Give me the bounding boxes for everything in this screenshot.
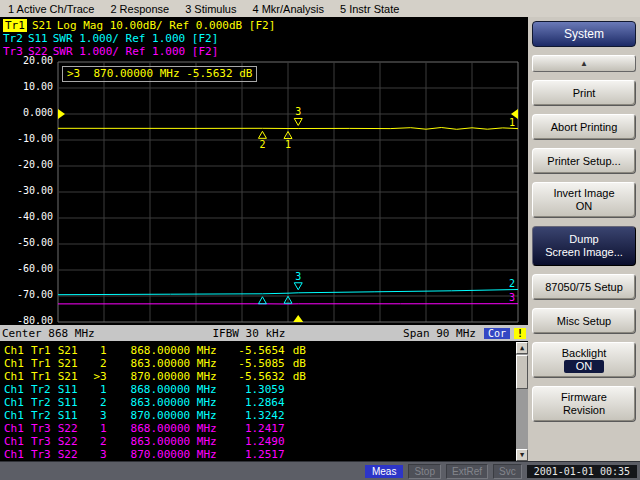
- scrollbar-thumb[interactable]: [516, 355, 528, 389]
- correction-badge: Cor: [484, 328, 510, 339]
- svc-indicator: Svc: [493, 464, 522, 479]
- trace1-format: Log Mag 10.00dB/ Ref 0.000dB [F2]: [57, 19, 276, 32]
- clock: 2001-01-01 00:35: [527, 465, 637, 478]
- menu-response[interactable]: 2 Response: [110, 3, 169, 15]
- marker-table: Ch1Tr1S211868.00000 MHz-5.5654dB Ch1Tr1S…: [0, 342, 516, 461]
- meas-status-badge: Meas: [365, 465, 403, 478]
- svg-text:3: 3: [509, 292, 515, 303]
- center-frequency: Center 868 MHz: [2, 327, 95, 340]
- svg-text:1: 1: [285, 139, 291, 150]
- active-trace-badge: Tr1: [3, 19, 27, 32]
- marker-table-scrollbar[interactable]: ▲ ▼: [516, 342, 528, 461]
- menu-active-ch-trace[interactable]: 1 Active Ch/Trace: [8, 3, 94, 15]
- trace1-status-line: Tr1S21Log Mag 10.00dB/ Ref 0.000dB [F2]: [3, 19, 280, 32]
- channel-status-bar: Center 868 MHz IFBW 30 kHz Span 90 MHz C…: [0, 325, 528, 341]
- softkey-printer-setup[interactable]: Printer Setup...: [532, 148, 636, 174]
- svg-text:3: 3: [295, 106, 301, 117]
- softkey-abort-printing[interactable]: Abort Printing: [532, 114, 636, 140]
- y-axis-label: -40.00: [0, 211, 53, 223]
- status-bar: Meas Stop ExtRef Svc 2001-01-01 00:35: [0, 461, 640, 480]
- alert-badge: !: [514, 328, 526, 339]
- svg-text:2: 2: [259, 139, 265, 150]
- table-row: Ch1Tr1S211868.00000 MHz-5.5654dB: [4, 344, 516, 357]
- trace2-format: SWR 1.000/ Ref 1.000 [F2]: [53, 32, 219, 45]
- softkey-misc-setup[interactable]: Misc Setup: [532, 308, 636, 334]
- y-axis-label: -30.00: [0, 185, 53, 197]
- span-frequency: Span 90 MHz: [403, 327, 476, 340]
- softkey-print[interactable]: Print: [532, 80, 636, 106]
- graph-area: 1232133: [57, 61, 519, 323]
- y-axis-label: 20.00: [0, 55, 53, 67]
- menu-instr-state[interactable]: 5 Instr State: [340, 3, 399, 15]
- softkey-backlight[interactable]: BacklightON: [532, 342, 636, 378]
- softkey-87050-75-setup[interactable]: 87050/75 Setup: [532, 274, 636, 300]
- softkey-menu-title: System: [532, 21, 636, 47]
- trace2-status-line: Tr2S11SWR 1.000/ Ref 1.000 [F2]: [3, 32, 223, 45]
- y-axis-label: -50.00: [0, 237, 53, 249]
- trace2-param: S11: [28, 32, 48, 45]
- scroll-down-icon[interactable]: ▼: [516, 449, 528, 461]
- y-axis-label: -60.00: [0, 263, 53, 275]
- y-axis-label: -20.00: [0, 159, 53, 171]
- trace2-id: Tr2: [3, 32, 23, 45]
- stop-indicator: Stop: [408, 464, 441, 479]
- trace1-param: S21: [32, 19, 52, 32]
- table-row: Ch1Tr2S111868.00000 MHz1.3059: [4, 383, 516, 396]
- backlight-state: ON: [564, 360, 605, 373]
- table-row: Ch1Tr3S221868.00000 MHz1.2417: [4, 422, 516, 435]
- table-row: Ch1Tr1S21>3870.00000 MHz-5.5632dB: [4, 370, 516, 383]
- table-row: Ch1Tr1S212863.00000 MHz-5.5085dB: [4, 357, 516, 370]
- table-row: Ch1Tr3S222863.00000 MHz1.2490: [4, 435, 516, 448]
- softkey-firmware-revision[interactable]: FirmwareRevision: [532, 386, 636, 422]
- instrument-screen: 1 Active Ch/Trace 2 Response 3 Stimulus …: [0, 0, 640, 480]
- y-axis-label: 10.00: [0, 81, 53, 93]
- svg-text:1: 1: [509, 117, 515, 128]
- trace3-format: SWR 1.000/ Ref 1.000 [F2]: [53, 45, 219, 58]
- y-axis-label: 0.000: [0, 107, 53, 119]
- ifbw: IFBW 30 kHz: [212, 327, 285, 340]
- y-axis-label: -70.00: [0, 289, 53, 301]
- softkey-menu: System ▲ Print Abort Printing Printer Se…: [528, 17, 640, 461]
- softkey-invert-image[interactable]: Invert ImageON: [532, 182, 636, 218]
- table-row: Ch1Tr2S113870.00000 MHz1.3242: [4, 409, 516, 422]
- scroll-up-icon[interactable]: ▲: [516, 342, 528, 354]
- svg-text:3: 3: [295, 271, 301, 282]
- menu-mkr-analysis[interactable]: 4 Mkr/Analysis: [252, 3, 324, 15]
- softkey-scroll-up-button[interactable]: ▲: [532, 55, 636, 72]
- up-arrow-icon: ▲: [580, 59, 588, 68]
- menu-bar: 1 Active Ch/Trace 2 Response 3 Stimulus …: [0, 0, 640, 17]
- extref-indicator: ExtRef: [446, 464, 488, 479]
- svg-text:2: 2: [509, 278, 515, 289]
- table-row: Ch1Tr2S112863.00000 MHz1.2864: [4, 396, 516, 409]
- softkey-dump-screen-image[interactable]: DumpScreen Image...: [532, 226, 636, 266]
- invert-image-state: ON: [576, 200, 593, 213]
- active-marker-readout: >3 870.00000 MHz -5.5632 dB: [62, 66, 257, 82]
- table-row: Ch1Tr3S223870.00000 MHz1.2517: [4, 448, 516, 461]
- menu-stimulus[interactable]: 3 Stimulus: [185, 3, 236, 15]
- y-axis-label: -10.00: [0, 133, 53, 145]
